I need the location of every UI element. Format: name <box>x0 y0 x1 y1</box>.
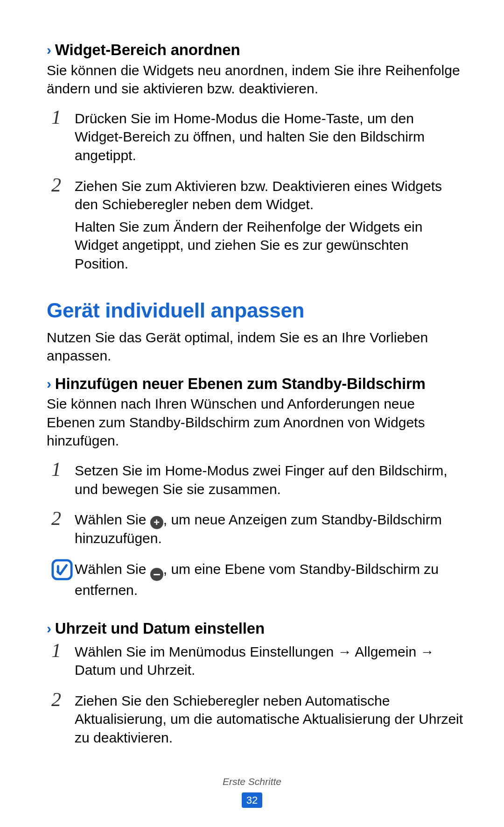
chevron-icon: › <box>47 375 51 393</box>
step-text: Setzen Sie im Home-Modus zwei Finger auf… <box>75 461 464 498</box>
step-number: 1 <box>51 459 75 502</box>
step: 1 Wählen Sie im Menümodus Einstellungen … <box>51 640 464 683</box>
minus-icon <box>150 568 163 581</box>
step-number: 1 <box>51 106 75 169</box>
step-body: Wählen Sie +, um neue Anzeigen zum Stand… <box>75 508 464 551</box>
plus-icon: + <box>150 516 163 529</box>
chevron-icon: › <box>47 619 51 638</box>
step: 2 Wählen Sie +, um neue Anzeigen zum Sta… <box>51 508 464 551</box>
menu-path-item: Allgemein <box>355 644 416 659</box>
note-icon <box>51 557 75 585</box>
text-fragment: Wählen Sie <box>75 512 150 527</box>
main-heading: Gerät individuell anpassen <box>47 297 464 324</box>
subheading-add-layers: ›Hinzufügen neuer Ebenen zum Standby-Bil… <box>47 374 464 394</box>
subheading-widget-arrange: ›Widget-Bereich anordnen <box>47 40 464 60</box>
manual-page: ›Widget-Bereich anordnen Sie können die … <box>0 0 504 827</box>
section2-steps: 1 Setzen Sie im Home-Modus zwei Finger a… <box>51 459 464 551</box>
note: Wählen Sie , um eine Ebene vom Standby-B… <box>51 557 464 600</box>
menu-path-item: Datum und Uhrzeit <box>75 662 191 678</box>
menu-path-item: Einstellungen <box>250 644 334 659</box>
step: 2 Ziehen Sie den Schieberegler neben Aut… <box>51 689 464 751</box>
step-text: Ziehen Sie den Schieberegler neben Autom… <box>75 692 464 747</box>
step-text: Halten Sie zum Ändern der Reihenfolge de… <box>75 218 464 273</box>
step-text: Ziehen Sie zum Aktivieren bzw. Deaktivie… <box>75 177 464 214</box>
step-body: Setzen Sie im Home-Modus zwei Finger auf… <box>75 459 464 502</box>
text-fragment: Wählen Sie im Menümodus <box>75 644 250 659</box>
step-number: 2 <box>51 508 75 551</box>
page-number: 32 <box>242 792 262 808</box>
step-text: Drücken Sie im Home-Modus die Home-Taste… <box>75 109 464 165</box>
step-body: Wählen Sie im Menümodus Einstellungen → … <box>75 640 464 683</box>
page-footer: Erste Schritte 32 <box>0 775 504 808</box>
step-body: Drücken Sie im Home-Modus die Home-Taste… <box>75 106 464 169</box>
text-fragment: . <box>191 662 195 678</box>
main-intro: Nutzen Sie das Gerät optimal, indem Sie … <box>47 328 464 365</box>
arrow-separator: → <box>334 644 355 659</box>
arrow-separator: → <box>416 644 434 659</box>
step-number: 2 <box>51 689 75 751</box>
footer-section-label: Erste Schritte <box>0 775 504 788</box>
subheading-datetime: ›Uhrzeit und Datum einstellen <box>47 618 464 639</box>
step-text: Wählen Sie +, um neue Anzeigen zum Stand… <box>75 510 464 548</box>
step-number: 1 <box>51 640 75 683</box>
text-fragment: Ziehen Sie den Schieberegler neben <box>75 693 305 708</box>
subheading-text: Widget-Bereich anordnen <box>55 41 240 58</box>
step: 2 Ziehen Sie zum Aktivieren bzw. Deaktiv… <box>51 174 464 277</box>
chevron-icon: › <box>47 41 51 59</box>
step-text: Wählen Sie im Menümodus Einstellungen → … <box>75 643 464 679</box>
section3-steps: 1 Wählen Sie im Menümodus Einstellungen … <box>51 640 464 751</box>
section1-intro: Sie können die Widgets neu anordnen, ind… <box>47 61 464 98</box>
step: 1 Setzen Sie im Home-Modus zwei Finger a… <box>51 459 464 502</box>
subheading-text: Hinzufügen neuer Ebenen zum Standby-Bild… <box>55 375 426 392</box>
step-body: Ziehen Sie zum Aktivieren bzw. Deaktivie… <box>75 174 464 277</box>
step-number: 2 <box>51 174 75 277</box>
section1-steps: 1 Drücken Sie im Home-Modus die Home-Tas… <box>51 106 464 277</box>
section2-intro: Sie können nach Ihren Wünschen und Anfor… <box>47 395 464 450</box>
subheading-text: Uhrzeit und Datum einstellen <box>55 620 265 637</box>
text-fragment: Wählen Sie <box>75 561 150 577</box>
note-body: Wählen Sie , um eine Ebene vom Standby-B… <box>75 557 464 600</box>
step-body: Ziehen Sie den Schieberegler neben Autom… <box>75 689 464 751</box>
step: 1 Drücken Sie im Home-Modus die Home-Tas… <box>51 106 464 169</box>
